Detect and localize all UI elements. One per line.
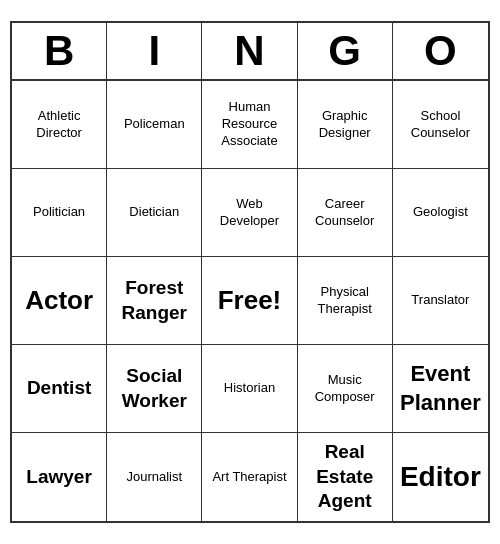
header-o: O	[393, 23, 488, 79]
cell-3-2[interactable]: Forest Ranger	[107, 257, 202, 345]
cell-1-5[interactable]: School Counselor	[393, 81, 488, 169]
cell-5-2[interactable]: Journalist	[107, 433, 202, 521]
cell-5-1[interactable]: Lawyer	[12, 433, 107, 521]
cell-1-2[interactable]: Policeman	[107, 81, 202, 169]
cell-4-5[interactable]: Event Planner	[393, 345, 488, 433]
cell-3-4[interactable]: Physical Therapist	[298, 257, 393, 345]
cell-2-5[interactable]: Geologist	[393, 169, 488, 257]
cell-3-1[interactable]: Actor	[12, 257, 107, 345]
bingo-header: B I N G O	[12, 23, 488, 81]
header-g: G	[298, 23, 393, 79]
cell-5-5[interactable]: Editor	[393, 433, 488, 521]
cell-1-4[interactable]: Graphic Designer	[298, 81, 393, 169]
header-n: N	[202, 23, 297, 79]
cell-1-1[interactable]: Athletic Director	[12, 81, 107, 169]
header-b: B	[12, 23, 107, 79]
cell-4-2[interactable]: Social Worker	[107, 345, 202, 433]
bingo-card: B I N G O Athletic Director Policeman Hu…	[10, 21, 490, 523]
cell-4-4[interactable]: Music Composer	[298, 345, 393, 433]
header-i: I	[107, 23, 202, 79]
cell-4-3[interactable]: Historian	[202, 345, 297, 433]
cell-2-3[interactable]: Web Developer	[202, 169, 297, 257]
cell-2-2[interactable]: Dietician	[107, 169, 202, 257]
cell-2-4[interactable]: Career Counselor	[298, 169, 393, 257]
bingo-grid: Athletic Director Policeman Human Resour…	[12, 81, 488, 521]
cell-2-1[interactable]: Politician	[12, 169, 107, 257]
cell-1-3[interactable]: Human Resource Associate	[202, 81, 297, 169]
cell-4-1[interactable]: Dentist	[12, 345, 107, 433]
cell-5-3[interactable]: Art Therapist	[202, 433, 297, 521]
cell-3-5[interactable]: Translator	[393, 257, 488, 345]
cell-3-3-free[interactable]: Free!	[202, 257, 297, 345]
cell-5-4[interactable]: Real Estate Agent	[298, 433, 393, 521]
